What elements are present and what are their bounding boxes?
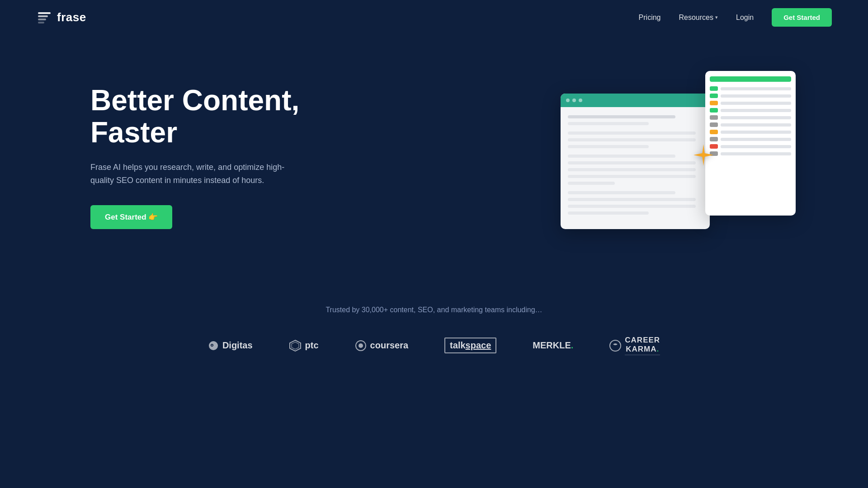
sidebar-row bbox=[710, 115, 791, 120]
doc-line bbox=[568, 205, 696, 208]
doc-line bbox=[568, 115, 675, 118]
sidebar-color-block bbox=[710, 115, 718, 120]
doc-line bbox=[568, 122, 649, 125]
logos-row: Digitas ptc coursera talkspace M bbox=[36, 336, 832, 355]
merkle-logo: MERKLE. bbox=[533, 340, 573, 351]
doc-dot-3 bbox=[579, 99, 582, 102]
pricing-link[interactable]: Pricing bbox=[639, 14, 661, 22]
sidebar-text-block bbox=[721, 94, 791, 98]
coursera-logo: coursera bbox=[355, 340, 409, 352]
sparkle-icon bbox=[692, 143, 715, 172]
doc-line bbox=[568, 198, 696, 201]
doc-dot-1 bbox=[566, 99, 570, 102]
logo-text: frase bbox=[57, 10, 86, 24]
sidebar-text-block bbox=[721, 145, 791, 148]
hero-section: Better Content, Faster Frase AI helps yo… bbox=[0, 35, 868, 288]
logo[interactable]: frase bbox=[36, 9, 86, 26]
sidebar-row bbox=[710, 101, 791, 105]
sidebar-row bbox=[710, 130, 791, 134]
doc-line bbox=[568, 131, 696, 135]
sidebar-text-block bbox=[721, 138, 791, 141]
doc-line bbox=[568, 182, 615, 185]
ptc-logo: ptc bbox=[289, 339, 319, 352]
sidebar-row bbox=[710, 151, 791, 156]
sidebar-row bbox=[710, 122, 791, 127]
svg-point-5 bbox=[209, 341, 218, 350]
sidebar-top-bar bbox=[710, 76, 791, 82]
hero-content: Better Content, Faster Frase AI helps yo… bbox=[90, 84, 299, 229]
svg-point-12 bbox=[610, 340, 621, 351]
sidebar-text-block bbox=[721, 131, 791, 134]
svg-point-7 bbox=[212, 344, 212, 345]
svg-rect-4 bbox=[38, 22, 44, 23]
sidebar-text-block bbox=[721, 123, 791, 127]
sidebar-color-block bbox=[710, 108, 718, 113]
hero-title: Better Content, Faster bbox=[90, 84, 299, 148]
login-link[interactable]: Login bbox=[736, 14, 754, 22]
sidebar-color-block bbox=[710, 94, 718, 98]
sidebar-row bbox=[710, 86, 791, 91]
sidebar-panel bbox=[705, 71, 796, 216]
svg-rect-1 bbox=[38, 12, 51, 14]
svg-rect-3 bbox=[38, 19, 46, 20]
hero-cta-button[interactable]: Get Started 👉 bbox=[90, 205, 172, 229]
nav-links: Pricing Resources ▾ Login Get Started bbox=[639, 8, 832, 27]
svg-marker-9 bbox=[292, 342, 299, 349]
digitas-logo: Digitas bbox=[208, 340, 253, 351]
doc-line bbox=[568, 161, 696, 164]
resources-link[interactable]: Resources ▾ bbox=[679, 14, 718, 22]
doc-line bbox=[568, 138, 696, 141]
doc-line bbox=[568, 175, 696, 178]
career-karma-line bbox=[625, 355, 660, 355]
sidebar-color-block bbox=[710, 130, 718, 134]
career-karma-logo: CAREER KARMA. bbox=[609, 336, 660, 355]
navbar: frase Pricing Resources ▾ Login Get Star… bbox=[0, 0, 868, 35]
doc-window bbox=[561, 94, 710, 229]
sidebar-color-block bbox=[710, 101, 718, 105]
sidebar-row bbox=[710, 108, 791, 113]
doc-line bbox=[568, 211, 649, 215]
sidebar-color-block bbox=[710, 137, 718, 141]
doc-body bbox=[561, 107, 710, 226]
sidebar-text-block bbox=[721, 109, 791, 112]
sidebar-row bbox=[710, 137, 791, 141]
doc-line bbox=[568, 145, 649, 148]
sidebar-text-block bbox=[721, 152, 791, 155]
doc-line bbox=[568, 191, 675, 194]
trusted-section: Trusted by 30,000+ content, SEO, and mar… bbox=[0, 288, 868, 382]
get-started-nav-button[interactable]: Get Started bbox=[772, 8, 832, 27]
sidebar-text-block bbox=[721, 116, 791, 119]
talkspace-logo: talkspace bbox=[444, 338, 496, 353]
trusted-tagline: Trusted by 30,000+ content, SEO, and mar… bbox=[36, 306, 832, 314]
doc-line bbox=[568, 168, 696, 171]
hero-illustration bbox=[561, 71, 796, 243]
hero-subtitle: Frase AI helps you research, write, and … bbox=[90, 161, 298, 187]
sidebar-row bbox=[710, 144, 791, 149]
doc-line bbox=[568, 155, 675, 158]
sidebar-text-block bbox=[721, 102, 791, 105]
sidebar-text-block bbox=[721, 87, 791, 90]
doc-dot-2 bbox=[572, 99, 576, 102]
svg-rect-2 bbox=[38, 15, 48, 17]
sidebar-color-block bbox=[710, 86, 718, 91]
sidebar-color-block bbox=[710, 122, 718, 127]
chevron-down-icon: ▾ bbox=[715, 14, 718, 20]
doc-window-header bbox=[561, 94, 710, 107]
sidebar-row bbox=[710, 94, 791, 98]
svg-point-11 bbox=[359, 343, 363, 348]
